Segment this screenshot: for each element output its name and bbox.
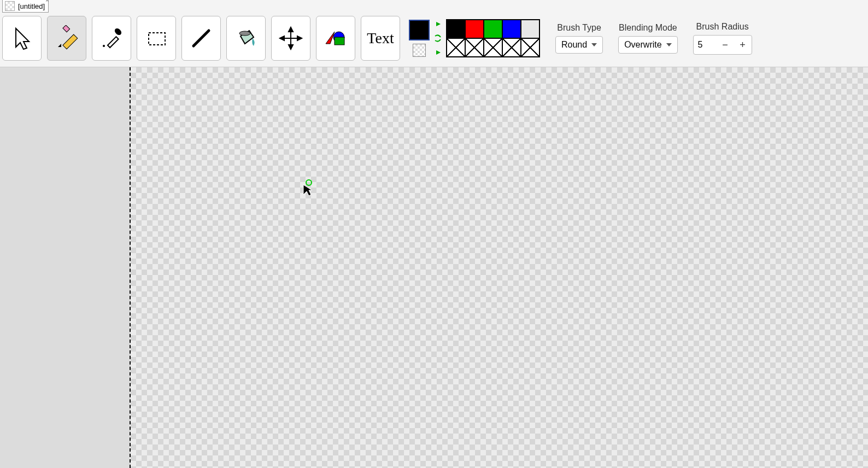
swap-icon[interactable]	[434, 34, 442, 43]
color-palette	[446, 19, 540, 57]
svg-point-21	[306, 180, 312, 185]
bucket-icon	[233, 25, 259, 51]
svg-marker-0	[16, 28, 29, 49]
shapes-tool[interactable]	[316, 16, 355, 61]
svg-rect-3	[63, 25, 70, 32]
close-icon[interactable]: ×	[44, 0, 50, 4]
move-icon	[278, 25, 304, 51]
canvas-cursor-icon	[301, 179, 314, 196]
svg-point-17	[333, 32, 344, 43]
eyedropper-icon	[98, 25, 125, 51]
svg-rect-1	[63, 34, 78, 49]
svg-point-6	[103, 45, 105, 47]
blending-mode-control: Blending Mode Overwrite	[618, 23, 677, 54]
workspace	[0, 67, 868, 468]
brush-type-value: Round	[561, 40, 587, 50]
palette-green[interactable]	[484, 20, 502, 38]
decrement-button[interactable]: −	[717, 36, 734, 54]
chevron-down-icon	[666, 43, 672, 46]
brush-radius-value: 5	[694, 40, 717, 50]
svg-marker-2	[58, 44, 61, 47]
svg-marker-22	[303, 185, 312, 196]
assign-fg-icon[interactable]	[434, 20, 442, 28]
svg-rect-4	[108, 37, 119, 48]
pencil-tool[interactable]	[47, 16, 86, 61]
toolbar: Text Brush Type Rou	[0, 10, 868, 67]
assign-bg-icon[interactable]	[434, 48, 442, 57]
eyedropper-tool[interactable]	[92, 16, 131, 61]
move-tool[interactable]	[271, 16, 310, 61]
svg-line-8	[193, 31, 209, 46]
palette-empty-4[interactable]	[502, 38, 521, 57]
selection-icon	[143, 25, 169, 51]
svg-point-5	[114, 27, 123, 37]
svg-point-9	[239, 31, 250, 36]
tab-title: [untitled]	[18, 2, 45, 10]
brush-radius-spinner[interactable]: 5 − +	[693, 35, 752, 55]
palette-red[interactable]	[465, 20, 484, 38]
svg-marker-16	[326, 32, 335, 44]
shapes-icon	[322, 25, 349, 51]
foreground-color[interactable]	[409, 20, 430, 40]
svg-rect-7	[149, 33, 165, 45]
document-tab[interactable]: [untitled] ×	[2, 0, 49, 13]
svg-marker-14	[280, 36, 284, 40]
brush-radius-control: Brush Radius 5 − +	[693, 22, 752, 55]
brush-type-control: Brush Type Round	[555, 23, 603, 54]
svg-marker-19	[436, 22, 441, 26]
canvas[interactable]	[130, 67, 868, 468]
pointer-icon	[11, 25, 32, 51]
tool-group: Text	[2, 16, 400, 61]
palette-lightgray[interactable]	[521, 20, 539, 38]
selection-tool[interactable]	[137, 16, 176, 61]
blending-mode-label: Blending Mode	[619, 23, 677, 33]
line-tool[interactable]	[181, 16, 221, 61]
palette-empty-2[interactable]	[465, 38, 484, 57]
brush-type-label: Brush Type	[557, 23, 601, 33]
background-color[interactable]	[413, 44, 426, 57]
increment-button[interactable]: +	[734, 36, 752, 54]
svg-marker-20	[436, 50, 441, 55]
palette-empty-5[interactable]	[521, 38, 539, 57]
pointer-tool[interactable]	[2, 16, 42, 61]
svg-marker-15	[297, 36, 302, 40]
brush-type-dropdown[interactable]: Round	[555, 36, 603, 54]
color-area	[409, 19, 540, 57]
text-tool[interactable]: Text	[361, 16, 400, 61]
tab-bar: [untitled] ×	[0, 0, 868, 10]
swap-arrows	[434, 20, 442, 57]
svg-marker-13	[289, 45, 293, 49]
text-icon: Text	[367, 30, 394, 47]
bucket-tool[interactable]	[226, 16, 266, 61]
blending-mode-value: Overwrite	[624, 40, 661, 50]
chevron-down-icon	[591, 43, 597, 46]
document-icon	[5, 1, 15, 11]
svg-rect-18	[335, 37, 344, 45]
line-icon	[188, 25, 214, 51]
pencil-icon	[54, 25, 80, 51]
brush-radius-label: Brush Radius	[696, 22, 749, 32]
palette-black[interactable]	[447, 20, 465, 38]
palette-blue[interactable]	[502, 20, 521, 38]
svg-marker-12	[289, 27, 293, 32]
blending-mode-dropdown[interactable]: Overwrite	[618, 36, 677, 54]
palette-empty-1[interactable]	[447, 38, 465, 57]
palette-empty-3[interactable]	[484, 38, 502, 57]
